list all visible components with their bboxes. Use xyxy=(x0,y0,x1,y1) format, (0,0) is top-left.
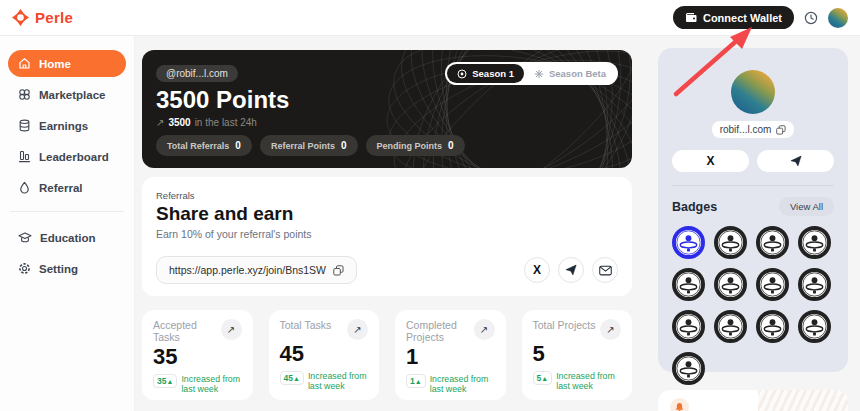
sidebar-item-home[interactable]: Home xyxy=(8,50,126,77)
sidebar-label: Education xyxy=(40,232,96,244)
sidebar-label: Setting xyxy=(39,263,78,275)
badge[interactable] xyxy=(756,268,789,301)
up-triangle-icon: ▲ xyxy=(293,375,300,382)
badge[interactable] xyxy=(672,226,705,259)
sidebar-divider xyxy=(10,211,124,212)
badge-icon xyxy=(714,310,747,343)
up-triangle-icon: ▲ xyxy=(415,378,422,385)
stat-open-button[interactable]: ↗ xyxy=(221,319,242,340)
badge[interactable] xyxy=(672,310,705,343)
share-telegram-button[interactable] xyxy=(558,257,584,283)
hero-email-badge: @robif...l.com xyxy=(156,65,238,82)
badge-icon xyxy=(714,226,747,259)
logo-text: Perle xyxy=(35,9,73,26)
badges-title: Badges xyxy=(672,200,717,214)
badge[interactable] xyxy=(756,226,789,259)
season-beta-tab[interactable]: Season Beta xyxy=(524,64,616,83)
sidebar-label: Leaderboard xyxy=(39,151,109,163)
arrow-up-right-icon: ↗ xyxy=(156,117,164,128)
season-beta-icon xyxy=(534,69,544,79)
share-x-button[interactable]: X xyxy=(524,257,550,283)
referral-icon xyxy=(18,181,31,194)
badge-icon xyxy=(756,310,789,343)
sidebar-item-setting[interactable]: Setting xyxy=(8,255,126,282)
stat-label: Total Projects xyxy=(533,319,596,331)
badge[interactable] xyxy=(798,268,831,301)
season-toggle: Season 1 Season Beta xyxy=(445,62,618,85)
education-icon xyxy=(18,231,32,244)
badge[interactable] xyxy=(714,268,747,301)
referral-link-pill[interactable]: https://app.perle.xyz/join/Bns1SW xyxy=(156,256,357,284)
sidebar-item-referral[interactable]: Referral xyxy=(8,174,126,201)
badge-icon xyxy=(798,226,831,259)
badge[interactable] xyxy=(672,268,705,301)
referrals-eyebrow: Referrals xyxy=(156,190,618,201)
connect-wallet-button[interactable]: Connect Wallet xyxy=(673,6,794,29)
profile-panel: robif...l.com X Badges View All xyxy=(658,48,848,372)
stat-open-button[interactable]: ↗ xyxy=(474,319,495,340)
up-triangle-icon: ▲ xyxy=(166,378,173,385)
sidebar-item-education[interactable]: Education xyxy=(8,224,126,251)
season-1-tab[interactable]: Season 1 xyxy=(447,64,524,83)
sidebar: Home Marketplace Earnings xyxy=(0,36,135,411)
share-email-button[interactable] xyxy=(592,257,618,283)
stat-delta-badge: 35▲ xyxy=(153,374,177,388)
badge-icon xyxy=(672,268,705,301)
points-value: 3500 Points xyxy=(156,86,618,114)
telegram-icon xyxy=(790,155,802,167)
total-referrals-pill: Total Referrals 0 xyxy=(156,135,252,156)
marketplace-icon xyxy=(18,88,31,101)
sidebar-item-leaderboard[interactable]: Leaderboard xyxy=(8,143,126,170)
stat-open-button[interactable]: ↗ xyxy=(347,319,368,340)
share-and-earn-title: Share and earn xyxy=(156,203,618,225)
share-buttons: X xyxy=(524,257,618,283)
header-actions: Connect Wallet xyxy=(673,6,848,29)
badge-icon xyxy=(714,268,747,301)
badge[interactable] xyxy=(756,310,789,343)
profile-x-button[interactable]: X xyxy=(672,150,749,172)
badge[interactable] xyxy=(798,226,831,259)
stat-label: Completed Projects xyxy=(406,319,472,343)
badge-icon xyxy=(672,226,705,259)
referrals-subtitle: Earn 10% of your referral's points xyxy=(156,228,618,240)
badge[interactable] xyxy=(672,352,705,385)
x-logo-icon: X xyxy=(706,154,714,168)
badge[interactable] xyxy=(714,226,747,259)
view-all-button[interactable]: View All xyxy=(779,197,834,216)
sidebar-item-earnings[interactable]: Earnings xyxy=(8,112,126,139)
stat-value: 1 xyxy=(406,344,495,370)
bell-icon xyxy=(670,398,689,411)
referral-points-pill: Referral Points 0 xyxy=(260,135,358,156)
user-avatar[interactable] xyxy=(828,8,848,28)
profile-email-pill[interactable]: robif...l.com xyxy=(712,121,795,138)
referrals-card: Referrals Share and earn Earn 10% of you… xyxy=(142,177,632,296)
badge-icon xyxy=(756,268,789,301)
stats-row: Accepted Tasks ↗ 35 35▲ Increased from l… xyxy=(142,310,632,400)
stat-open-button[interactable]: ↗ xyxy=(600,319,621,340)
stat-note: Increased from last week xyxy=(556,371,621,391)
profile-social-buttons: X xyxy=(672,150,834,172)
envelope-icon xyxy=(599,265,612,276)
perle-logo-icon xyxy=(12,9,29,26)
perle-logo: Perle xyxy=(12,9,73,26)
sidebar-label: Home xyxy=(39,58,71,70)
panel-divider xyxy=(672,185,834,186)
total-tasks-card: Total Tasks ↗ 45 45▲ Increased from last… xyxy=(269,310,380,400)
sidebar-label: Earnings xyxy=(39,120,88,132)
copy-icon[interactable] xyxy=(333,265,344,276)
profile-telegram-button[interactable] xyxy=(757,150,834,172)
pending-points-pill: Pending Points 0 xyxy=(366,135,465,156)
sidebar-item-marketplace[interactable]: Marketplace xyxy=(8,81,126,108)
total-projects-card: Total Projects ↗ 5 5▲ Increased from las… xyxy=(522,310,633,400)
connect-wallet-label: Connect Wallet xyxy=(703,12,782,24)
badge[interactable] xyxy=(798,310,831,343)
badge[interactable] xyxy=(714,310,747,343)
badge-icon xyxy=(798,310,831,343)
stat-label: Accepted Tasks xyxy=(153,319,219,343)
completed-projects-card: Completed Projects ↗ 1 1▲ Increased from… xyxy=(395,310,506,400)
clock-icon[interactable] xyxy=(804,11,818,25)
badge-icon xyxy=(798,268,831,301)
badges-grid xyxy=(672,226,834,385)
copy-icon[interactable] xyxy=(776,125,786,135)
stat-note: Increased from last week xyxy=(430,374,495,394)
